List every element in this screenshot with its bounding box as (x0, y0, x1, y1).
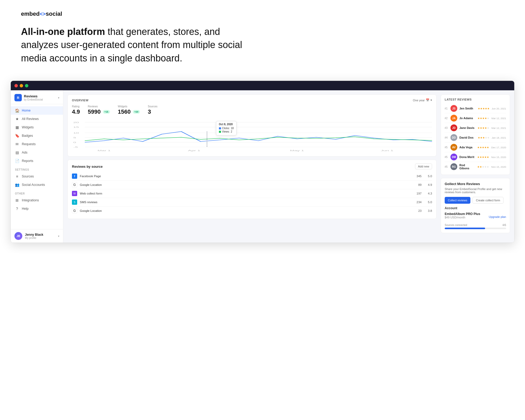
collect-reviews-button[interactable]: Collect reviews (445, 197, 470, 204)
sidebar-item-reports[interactable]: 📄 Reports (11, 157, 63, 165)
source-web-count: 197 (408, 192, 422, 195)
source-row-sms: S SMS reviews 234 5.0 (72, 198, 432, 207)
sidebar-item-badges[interactable]: 🔖 Badges (11, 132, 63, 140)
stats-row: Rating 4.9 Reviews 5990 +1k Widgets 1560… (72, 105, 432, 115)
logo: embed<>social (21, 10, 504, 17)
overview-period[interactable]: One year 📅 ▾ (413, 98, 432, 102)
browser-dot-red (14, 84, 18, 87)
google-icon-1: G (72, 182, 77, 187)
tooltip-views-row: Views: 2 (219, 130, 234, 133)
overview-card: OVERVIEW One year 📅 ▾ Rating 4.9 Reviews (67, 94, 437, 156)
svg-text:May 1: May 1 (290, 149, 304, 152)
review-row-7: #5 RG Rod Gibons ★★★★★ Nov 15, 2020 (445, 162, 506, 171)
sidebar-item-requests[interactable]: ✉ Requests (11, 140, 63, 148)
review-avatar-5: AV (450, 144, 457, 151)
source-facebook-name: Facebook Page (80, 175, 408, 178)
sidebar-item-integrations[interactable]: ⊞ Integrations (11, 196, 63, 204)
app-layout: R Reviews by EmbedSocial ▾ 🏠 Home ★ All … (11, 90, 514, 243)
sidebar-item-sources[interactable]: ≡ Sources (11, 172, 63, 181)
create-form-button[interactable]: Create collect form (472, 197, 503, 204)
brand-name: Reviews (24, 94, 43, 98)
review-avatar-1: JS (450, 105, 457, 112)
nav-requests-label: Requests (22, 142, 36, 146)
review-stars-3: ★★★★★ (477, 127, 489, 129)
sidebar-brand[interactable]: R Reviews by EmbedSocial ▾ (11, 90, 63, 104)
star-icon: ★ (15, 117, 19, 121)
source-google1-rating: 4.9 (422, 183, 432, 186)
clicks-dot (219, 127, 221, 129)
ads-icon: ▤ (15, 150, 19, 155)
collect-buttons: Collect reviews Create collect form (445, 197, 506, 204)
review-num-3: #3 (445, 127, 448, 129)
review-name-3: Jane Davis (459, 126, 475, 129)
review-date-3: Mar 12, 2021 (491, 127, 506, 129)
collect-title: Gollect More Reviews (445, 182, 506, 186)
review-name-4: David Dos (459, 136, 476, 139)
review-row-3: #3 JD Jane Davis ★★★★★ Mar 12, 2021 (445, 123, 506, 133)
svg-text:-5: -5 (73, 146, 78, 148)
review-num-7: #5 (445, 165, 448, 168)
user-profile-label: My profile (25, 237, 43, 239)
overview-title: OVERVIEW (72, 99, 88, 102)
plan-price: $49 USD/month (445, 216, 480, 219)
headline: All-in-one platform that generates, stor… (21, 25, 257, 65)
svg-text:5: 5 (73, 136, 76, 139)
sidebar-item-help[interactable]: ? Help (11, 204, 63, 213)
sidebar-item-social-accounts[interactable]: 👥 Social Accounts (11, 181, 63, 189)
nav-social-accounts-label: Social Accounts (22, 183, 45, 187)
source-google2-name: Google Location (80, 209, 408, 212)
source-row-facebook: f Facebook Page 345 5.0 (72, 172, 432, 181)
stat-reviews-value: 5990 +1k (88, 108, 110, 115)
requests-icon: ✉ (15, 142, 19, 146)
browser-dot-green (25, 84, 28, 87)
views-dot (219, 131, 221, 133)
add-new-button[interactable]: Add new (415, 164, 432, 169)
review-row-6: #5 DM Dona Merit ★★★★★ Nov 15, 2020 (445, 152, 506, 162)
user-profile[interactable]: JB Jenny Black My profile ▾ (11, 229, 63, 243)
sms-icon: S (72, 200, 77, 205)
review-name-1: Jen Smith (459, 107, 476, 110)
review-avatar-3: JD (450, 124, 457, 131)
logo-text: embed<>social (21, 10, 62, 17)
latest-reviews-card: LATEST REVIEWS #1 JS Jen Smith ★★★★★ Jun… (441, 94, 510, 175)
tooltip-clicks-label: Clicks: (222, 127, 230, 130)
source-row-web: W Web collect form 197 4.3 (72, 189, 432, 198)
source-facebook-count: 345 (408, 175, 422, 178)
sidebar-item-ads[interactable]: ▤ Ads (11, 148, 63, 157)
stat-sources-value: 3 (148, 108, 158, 115)
user-avatar: JB (14, 232, 22, 240)
reviews-source-title: Reviews by source (72, 165, 103, 169)
review-stars-1: ★★★★★ (478, 107, 490, 110)
reviews-source-header: Reviews by source Add new (72, 164, 432, 169)
main-content: OVERVIEW One year 📅 ▾ Rating 4.9 Reviews (63, 90, 441, 243)
review-date-2: Mar 12, 2021 (491, 117, 506, 120)
collect-description: Share your EmbedSocial Profile and get n… (445, 187, 506, 194)
upgrade-row: EmbedAlbum PRO Plus $49 USD/month Upgrad… (445, 212, 506, 222)
upgrade-link[interactable]: Upgrade plan (489, 215, 506, 218)
right-panel: LATEST REVIEWS #1 JS Jen Smith ★★★★★ Jun… (441, 90, 514, 243)
review-name-5: Ada Vega (459, 146, 475, 149)
brand-text-group: Reviews by EmbedSocial (24, 94, 43, 101)
logo-arrow-icon: <> (40, 11, 46, 17)
collect-more-card: Gollect More Reviews Share your EmbedSoc… (441, 178, 510, 233)
review-avatar-2: JA (450, 115, 457, 122)
sidebar-item-widgets[interactable]: ▦ Widgets (11, 123, 63, 132)
sources-connected-label: Sources connected (445, 224, 467, 227)
user-chevron-icon: ▾ (58, 235, 59, 238)
social-accounts-icon: 👥 (15, 183, 19, 187)
help-icon: ? (15, 207, 19, 211)
review-row-4: #4 DD David Dos ★★★★★ Jan 18, 2021 (445, 133, 506, 143)
progress-section: Sources connected 4/6 (445, 224, 506, 229)
latest-reviews-title: LATEST REVIEWS (445, 98, 506, 101)
tooltip-views-value: 2 (231, 130, 232, 133)
nav-home-label: Home (22, 109, 30, 112)
source-google2-rating: 3.8 (422, 209, 432, 212)
stat-sources: Sources 3 (148, 105, 158, 115)
svg-text:Mar 1: Mar 1 (97, 149, 111, 152)
sidebar-item-home[interactable]: 🏠 Home (11, 106, 63, 115)
badges-icon: 🔖 (15, 134, 19, 138)
sidebar-item-all-reviews[interactable]: ★ All Reviews (11, 115, 63, 123)
other-section-label: OTHER (11, 189, 63, 196)
review-avatar-6: DM (450, 154, 457, 160)
source-sms-count: 234 (408, 201, 422, 204)
